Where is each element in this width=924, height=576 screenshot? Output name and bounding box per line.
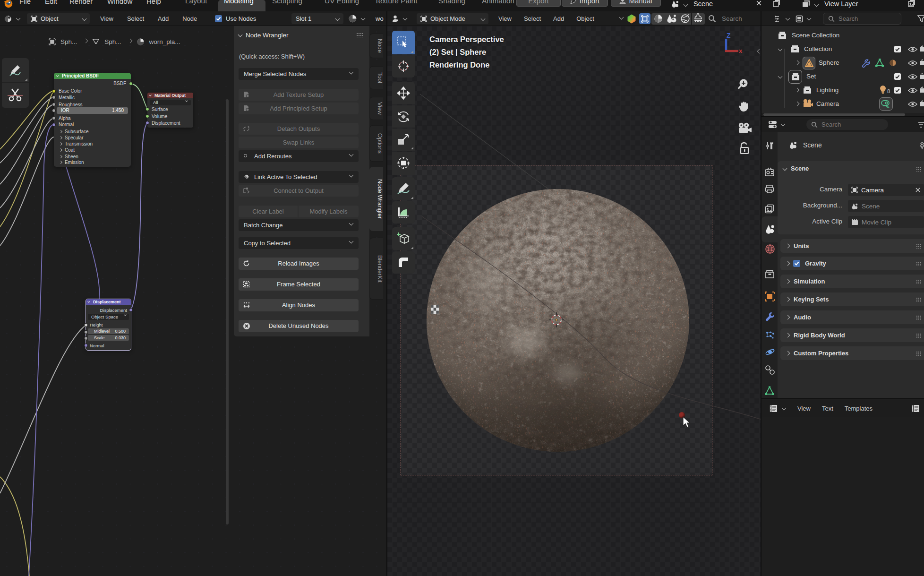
svg-text:Z: Z: [727, 32, 731, 39]
svg-text:x: x: [739, 47, 743, 54]
